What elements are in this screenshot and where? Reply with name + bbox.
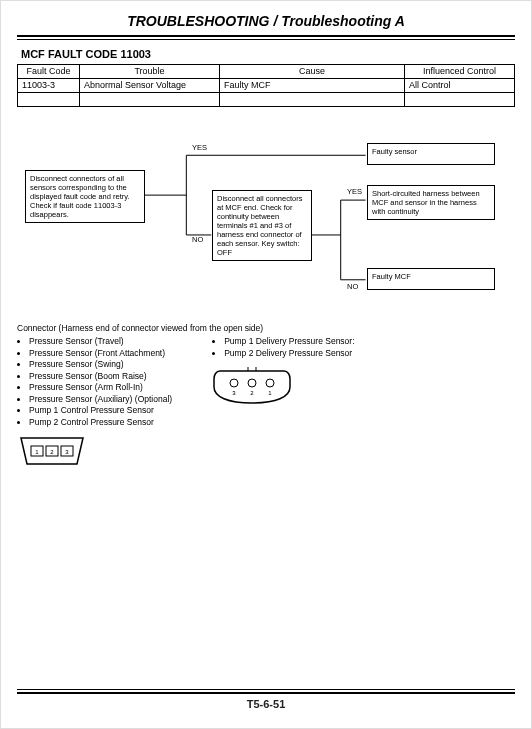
- th-influenced: Influenced Control: [405, 65, 515, 79]
- svg-text:3: 3: [65, 449, 69, 455]
- cell-trouble: Abnormal Sensor Voltage: [80, 79, 220, 93]
- flow-step2: Disconnect all connectors at MCF end. Ch…: [212, 190, 312, 261]
- cell-code: [18, 93, 80, 107]
- list-item: Pressure Sensor (Swing): [29, 359, 172, 370]
- cell-cause: [220, 93, 405, 107]
- section-heading: MCF FAULT CODE 11003: [21, 48, 515, 60]
- th-cause: Cause: [220, 65, 405, 79]
- notes-col-right: Pump 1 Delivery Pressure Sensor: Pump 2 …: [212, 334, 354, 473]
- list-item: Pressure Sensor (Boom Raise): [29, 371, 172, 382]
- fault-table: Fault Code Trouble Cause Influenced Cont…: [17, 64, 515, 107]
- list-item: Pressure Sensor (Travel): [29, 336, 172, 347]
- list-item: Pump 1 Control Pressure Sensor: [29, 405, 172, 416]
- table-row: [18, 93, 515, 107]
- list-item: Pump 1 Delivery Pressure Sensor:: [224, 336, 354, 347]
- page-title: TROUBLESHOOTING / Troubleshooting A: [17, 13, 515, 29]
- rule-thin: [17, 39, 515, 40]
- connector-notes: Connector (Harness end of connector view…: [17, 323, 515, 474]
- svg-text:2: 2: [250, 390, 254, 396]
- svg-point-16: [266, 379, 274, 387]
- cell-cause: Faulty MCF: [220, 79, 405, 93]
- th-trouble: Trouble: [80, 65, 220, 79]
- cell-influenced: All Control: [405, 79, 515, 93]
- svg-point-15: [248, 379, 256, 387]
- flow-result-faulty-sensor: Faulty sensor: [367, 143, 495, 165]
- cell-code: 11003-3: [18, 79, 80, 93]
- svg-text:3: 3: [232, 390, 236, 396]
- notes-col-left: Pressure Sensor (Travel) Pressure Sensor…: [17, 334, 172, 473]
- notes-intro: Connector (Harness end of connector view…: [17, 323, 515, 334]
- label-no: NO: [347, 282, 358, 291]
- flow-result-faulty-mcf: Faulty MCF: [367, 268, 495, 290]
- svg-point-14: [230, 379, 238, 387]
- connector-a-icon: 1 2 3: [17, 434, 87, 470]
- flow-result-short-harness: Short-circuited harness between MCF and …: [367, 185, 495, 220]
- page-number: T5-6-51: [17, 698, 515, 710]
- table-header-row: Fault Code Trouble Cause Influenced Cont…: [18, 65, 515, 79]
- cell-influenced: [405, 93, 515, 107]
- svg-text:1: 1: [35, 449, 39, 455]
- svg-text:2: 2: [50, 449, 54, 455]
- rule-thick: [17, 692, 515, 694]
- th-faultcode: Fault Code: [18, 65, 80, 79]
- connector-b-icon: 3 2 1: [212, 365, 292, 409]
- label-yes: YES: [347, 187, 362, 196]
- rule-thin: [17, 689, 515, 690]
- flow-step1: Disconnect connectors of all sensors cor…: [25, 170, 145, 223]
- flowchart: Disconnect connectors of all sensors cor…: [17, 135, 515, 315]
- page-footer: T5-6-51: [17, 689, 515, 710]
- svg-text:1: 1: [268, 390, 272, 396]
- list-item: Pressure Sensor (Front Attachment): [29, 348, 172, 359]
- list-item: Pump 2 Delivery Pressure Sensor: [224, 348, 354, 359]
- list-item: Pressure Sensor (Arm Roll-In): [29, 382, 172, 393]
- label-yes: YES: [192, 143, 207, 152]
- table-row: 11003-3 Abnormal Sensor Voltage Faulty M…: [18, 79, 515, 93]
- rule-thick: [17, 35, 515, 37]
- list-item: Pump 2 Control Pressure Sensor: [29, 417, 172, 428]
- list-item: Pressure Sensor (Auxiliary) (Optional): [29, 394, 172, 405]
- label-no: NO: [192, 235, 203, 244]
- cell-trouble: [80, 93, 220, 107]
